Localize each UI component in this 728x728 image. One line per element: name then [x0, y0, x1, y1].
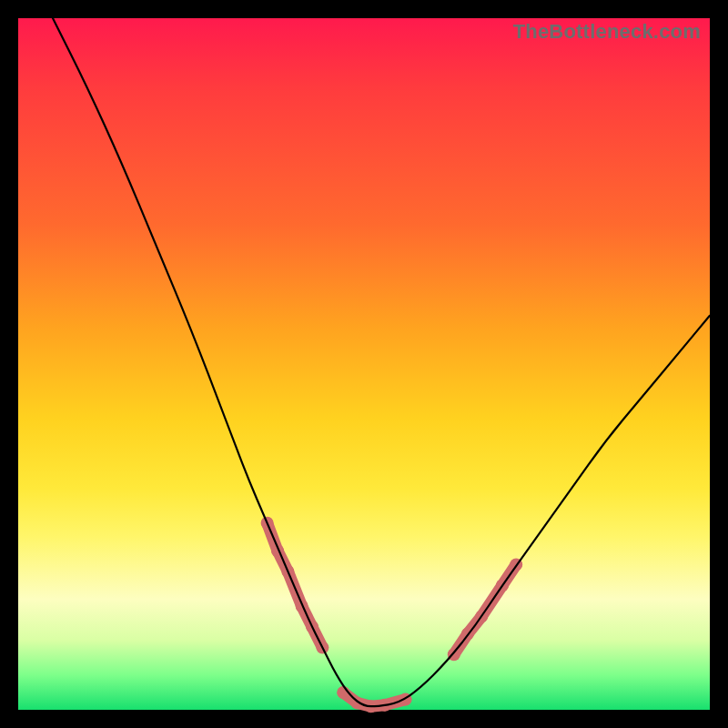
curve-svg: [18, 18, 710, 710]
chart-frame: TheBottleneck.com: [0, 0, 728, 728]
bottleneck-curve: [53, 18, 710, 706]
plot-area: TheBottleneck.com: [18, 18, 710, 710]
